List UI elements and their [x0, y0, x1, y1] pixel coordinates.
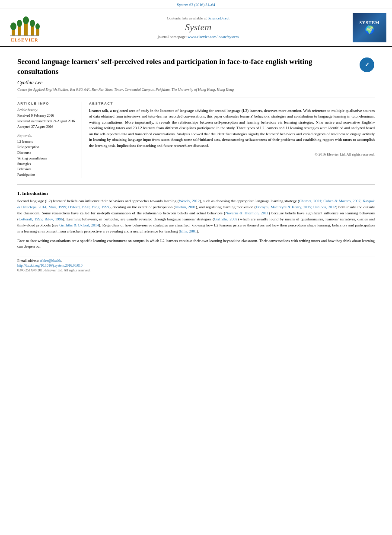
article-title-section: Second language learners' self-perceived… [17, 57, 375, 77]
email-link[interactable]: cfklee@hku.hk [40, 259, 61, 263]
ref-cotterall[interactable]: Cotterall, 1995; Riley, 1996 [19, 217, 63, 221]
journal-issue-text: System 63 (2016) 51–64 [177, 3, 215, 7]
ref-navarro[interactable]: Navarro & Thornton, 2011 [225, 211, 268, 215]
thumb-system-label: SYSTEM [359, 20, 379, 25]
elsevier-tree-icon [10, 13, 40, 36]
section-1-heading: 1. Introduction [17, 191, 375, 196]
journal-thumbnail: SYSTEM 🌍 [352, 13, 387, 42]
svg-point-7 [30, 20, 35, 27]
email-footnote: E-mail address: cfklee@hku.hk. [17, 259, 375, 263]
abstract-text: Learner talk, a neglected area of study … [89, 108, 375, 149]
keyword-6: Behaviors [17, 167, 77, 172]
ref-dornyei[interactable]: Dörnyei, Macintyre & Henry, 2015; Ushiod… [256, 205, 336, 209]
contents-line: Contents lists available at ScienceDirec… [48, 16, 348, 20]
keyword-1: L2 learners [17, 139, 77, 145]
ref-ellis[interactable]: Ellis, 2001 [180, 229, 197, 233]
journal-url[interactable]: www.elsevier.com/locate/system [188, 35, 239, 39]
keyword-7: Participation [17, 172, 77, 178]
elsevier-label: ELSEVIER [11, 37, 38, 42]
doi-link[interactable]: http://dx.doi.org/10.1016/j.system.2016.… [17, 264, 375, 268]
thumb-image: SYSTEM 🌍 [353, 13, 386, 42]
history-label: Article history: [17, 108, 77, 112]
svg-rect-10 [10, 35, 39, 36]
sciencedirect-link[interactable]: ScienceDirect [208, 16, 229, 20]
article-info-column: ARTICLE INFO Article history: Received 9… [17, 102, 82, 178]
journal-header: ELSEVIER Contents lists available at Sci… [0, 9, 392, 47]
revised-date: Received in revised form 24 August 2016 [17, 119, 77, 124]
affiliation-text: Centre for Applied English Studies, Rm 6… [17, 87, 375, 92]
page: System 63 (2016) 51–64 ELSEVIER [0, 0, 392, 535]
keywords-list: L2 learners Role perception Discourse Wr… [17, 139, 77, 178]
ref-griffiths-oxford[interactable]: Griffiths & Oxford, 2014 [59, 223, 99, 227]
crossmark-badge: ✓ [359, 57, 375, 73]
svg-point-5 [23, 16, 29, 24]
globe-icon: 🌍 [365, 25, 374, 35]
copyright-text: © 2016 Elsevier Ltd. All rights reserved… [89, 152, 375, 156]
journal-issue-bar: System 63 (2016) 51–64 [0, 0, 392, 9]
crossmark-icon: ✓ [360, 57, 374, 72]
article-info-abstract: ARTICLE INFO Article history: Received 9… [17, 98, 375, 178]
footnote-area: E-mail address: cfklee@hku.hk. http://dx… [17, 257, 375, 272]
elsevier-logo: ELSEVIER [5, 13, 44, 42]
body-paragraph-1: Second language (L2) learners' beliefs c… [17, 198, 375, 235]
journal-homepage: journal homepage: www.elsevier.com/locat… [48, 35, 348, 39]
license-text: 0346-251X/© 2016 Elsevier Ltd. All right… [17, 268, 375, 272]
svg-point-3 [17, 20, 22, 27]
abstract-label: ABSTRACT [89, 102, 375, 105]
journal-name: System [48, 22, 348, 33]
svg-point-1 [10, 22, 16, 30]
ref-griffiths-2003[interactable]: Griffiths, 2003 [214, 217, 237, 221]
article-content: Second language learners' self-perceived… [0, 47, 392, 272]
ref-wesely[interactable]: Wesely, 2012 [179, 199, 200, 203]
body-paragraph-2: Face-to-face writing consultations are a… [17, 238, 375, 250]
section-divider [17, 184, 375, 185]
abstract-column: ABSTRACT Learner talk, a neglected area … [89, 102, 375, 178]
author-name: Cynthia Lee [17, 80, 375, 86]
accepted-date: Accepted 27 August 2016 [17, 124, 77, 129]
journal-center: Contents lists available at ScienceDirec… [48, 16, 348, 39]
article-title: Second language learners' self-perceived… [17, 57, 355, 77]
keyword-3: Discourse [17, 150, 77, 156]
ref-norton[interactable]: Norton, 2001 [175, 205, 196, 209]
keyword-4: Writing consultations [17, 156, 77, 162]
keywords-label: Keywords: [17, 134, 77, 137]
received-date: Received 9 February 2016 [17, 113, 77, 118]
article-info-label: ARTICLE INFO [17, 102, 77, 105]
svg-point-9 [35, 23, 40, 29]
keyword-5: Strategies [17, 162, 77, 167]
keyword-2: Role perception [17, 145, 77, 150]
